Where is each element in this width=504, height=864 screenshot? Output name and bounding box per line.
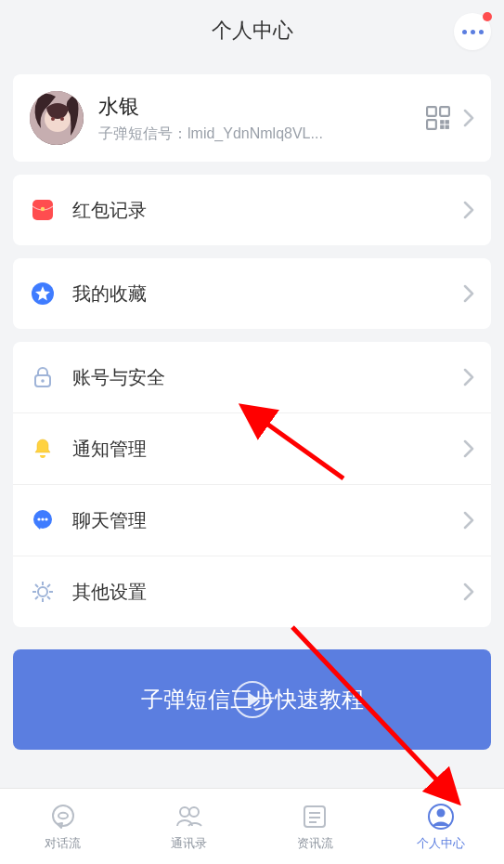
svg-line-27 bbox=[47, 596, 50, 599]
row-label: 账号与安全 bbox=[72, 365, 463, 390]
row-favorites[interactable]: 我的收藏 bbox=[13, 258, 491, 329]
contacts-icon bbox=[174, 802, 204, 831]
svg-point-2 bbox=[51, 117, 55, 121]
chevron-right-icon bbox=[463, 284, 474, 303]
svg-point-16 bbox=[41, 379, 45, 383]
tabbar: 对话流 通讯录 资讯流 bbox=[0, 788, 504, 864]
lock-icon bbox=[30, 364, 56, 390]
row-chat[interactable]: 聊天管理 bbox=[13, 484, 491, 556]
user-id: 子弹短信号：lmid_YdnNmlq8VL... bbox=[98, 124, 426, 144]
svg-point-21 bbox=[38, 587, 47, 596]
svg-point-30 bbox=[53, 805, 73, 826]
redpacket-card: 红包记录 bbox=[13, 175, 491, 245]
newsfeed-icon bbox=[300, 802, 330, 831]
svg-line-26 bbox=[35, 584, 38, 587]
notification-dot bbox=[483, 12, 492, 21]
more-button[interactable] bbox=[454, 13, 491, 50]
settings-card: 账号与安全 通知管理 bbox=[13, 342, 491, 627]
row-label: 红包记录 bbox=[72, 198, 463, 223]
row-label: 聊天管理 bbox=[72, 508, 463, 533]
avatar bbox=[30, 91, 84, 145]
tab-label: 资讯流 bbox=[297, 835, 333, 852]
svg-line-28 bbox=[35, 596, 38, 599]
chevron-right-icon bbox=[463, 201, 474, 219]
tab-label: 对话流 bbox=[45, 835, 81, 852]
star-icon bbox=[30, 281, 56, 307]
header: 个人中心 bbox=[0, 0, 504, 61]
play-icon bbox=[234, 681, 271, 718]
favorites-card: 我的收藏 bbox=[13, 258, 491, 329]
redpacket-icon bbox=[30, 197, 56, 223]
chevron-right-icon bbox=[463, 439, 474, 458]
tab-label: 通讯录 bbox=[171, 835, 207, 852]
chat-icon bbox=[30, 507, 56, 533]
svg-point-12 bbox=[41, 207, 45, 211]
svg-point-32 bbox=[180, 807, 189, 817]
tab-chatflow[interactable]: 对话流 bbox=[0, 789, 126, 864]
svg-point-31 bbox=[58, 812, 68, 818]
svg-point-18 bbox=[37, 517, 40, 520]
profile-text: 水银 子弹短信号：lmid_YdnNmlq8VL... bbox=[98, 93, 426, 144]
qrcode-icon[interactable] bbox=[426, 106, 450, 130]
svg-rect-9 bbox=[446, 120, 449, 124]
svg-point-20 bbox=[45, 517, 47, 520]
chatflow-icon bbox=[48, 802, 78, 831]
svg-point-39 bbox=[437, 808, 446, 817]
tab-label: 个人中心 bbox=[417, 835, 465, 852]
chevron-right-icon bbox=[463, 109, 474, 127]
tab-profile[interactable]: 个人中心 bbox=[378, 789, 504, 864]
bell-icon bbox=[30, 436, 56, 462]
row-redpacket[interactable]: 红包记录 bbox=[13, 175, 491, 245]
row-other[interactable]: 其他设置 bbox=[13, 556, 491, 627]
svg-rect-8 bbox=[446, 125, 449, 129]
tab-contacts[interactable]: 通讯录 bbox=[126, 789, 252, 864]
svg-point-19 bbox=[41, 517, 44, 520]
svg-rect-7 bbox=[440, 120, 444, 124]
svg-rect-4 bbox=[427, 107, 436, 116]
more-icon bbox=[462, 30, 484, 34]
chevron-right-icon bbox=[463, 368, 474, 386]
svg-point-3 bbox=[60, 117, 64, 121]
profile-card[interactable]: 水银 子弹短信号：lmid_YdnNmlq8VL... bbox=[13, 74, 491, 162]
row-label: 其他设置 bbox=[72, 580, 463, 605]
row-notifications[interactable]: 通知管理 bbox=[13, 412, 491, 484]
page-title: 个人中心 bbox=[212, 17, 293, 45]
chevron-right-icon bbox=[463, 583, 474, 601]
tab-newsfeed[interactable]: 资讯流 bbox=[252, 789, 379, 864]
svg-rect-10 bbox=[440, 125, 444, 129]
tutorial-banner[interactable]: 子弹短信三步快速教程 bbox=[13, 649, 491, 750]
profile-icon bbox=[426, 802, 456, 831]
gear-icon bbox=[30, 579, 56, 605]
svg-point-33 bbox=[189, 807, 199, 817]
row-label: 我的收藏 bbox=[72, 281, 463, 307]
content-area: 水银 子弹短信号：lmid_YdnNmlq8VL... bbox=[0, 74, 504, 750]
row-security[interactable]: 账号与安全 bbox=[13, 342, 491, 412]
chevron-right-icon bbox=[463, 511, 474, 530]
svg-rect-5 bbox=[440, 107, 449, 116]
svg-rect-6 bbox=[427, 120, 436, 129]
svg-line-29 bbox=[47, 584, 50, 587]
user-name: 水银 bbox=[98, 93, 426, 121]
row-label: 通知管理 bbox=[72, 437, 463, 462]
